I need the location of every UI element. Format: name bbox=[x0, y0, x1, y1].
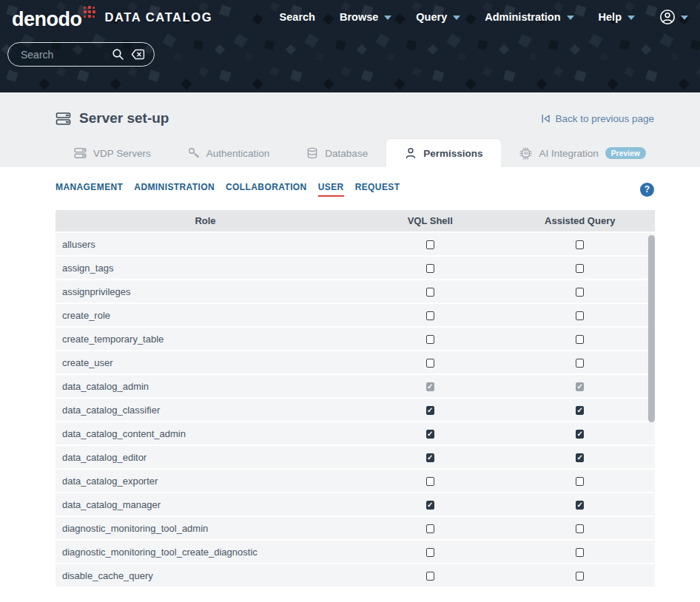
tab-label: Authentication bbox=[206, 148, 270, 159]
table-scrollbar-thumb[interactable] bbox=[648, 235, 655, 422]
nav-item-browse[interactable]: Browse bbox=[340, 11, 391, 23]
assisted-query-checkbox[interactable] bbox=[576, 572, 584, 581]
vql-shell-checkbox[interactable] bbox=[426, 548, 434, 557]
role-row: data_catalog_manager bbox=[55, 493, 655, 515]
vql-shell-checkbox[interactable] bbox=[426, 406, 434, 415]
search-input[interactable] bbox=[19, 48, 105, 61]
vql-shell-checkbox[interactable] bbox=[426, 288, 434, 297]
assisted-query-checkbox[interactable] bbox=[576, 524, 584, 533]
role-row: assign_tags bbox=[55, 257, 655, 279]
chevron-down-icon bbox=[627, 16, 635, 20]
role-name: diagnostic_monitoring_tool_admin bbox=[55, 517, 355, 539]
tab-authentication[interactable]: Authentication bbox=[169, 139, 289, 167]
role-row: create_role bbox=[55, 304, 655, 326]
role-row: data_catalog_editor bbox=[55, 446, 655, 468]
vql-shell-checkbox[interactable] bbox=[426, 501, 434, 510]
vql-shell-checkbox[interactable] bbox=[426, 430, 434, 439]
product-name: DATA CATALOG bbox=[104, 10, 212, 24]
chevron-down-icon bbox=[453, 16, 460, 20]
assisted-query-checkbox[interactable] bbox=[576, 548, 584, 557]
back-to-previous-page-link[interactable]: Back to previous page bbox=[540, 113, 654, 124]
roles-permissions-table: Role VQL Shell Assisted Query allusersas… bbox=[55, 209, 655, 588]
role-name: create_user bbox=[55, 351, 355, 373]
user-menu[interactable] bbox=[659, 9, 688, 25]
nav-item-search[interactable]: Search bbox=[280, 11, 315, 23]
column-header-vql-shell: VQL Shell bbox=[355, 210, 505, 231]
role-row: create_user bbox=[55, 351, 655, 373]
top-header: denodo DATA CATALOG SearchBrowseQueryAdm… bbox=[0, 0, 700, 92]
vql-shell-checkbox[interactable] bbox=[426, 240, 434, 249]
nav-item-label: Query bbox=[416, 11, 447, 23]
search-icon[interactable] bbox=[112, 48, 124, 61]
assisted-query-checkbox[interactable] bbox=[576, 335, 584, 344]
assisted-query-checkbox[interactable] bbox=[576, 430, 584, 439]
assisted-query-checkbox[interactable] bbox=[576, 311, 584, 320]
assisted-query-checkbox[interactable] bbox=[576, 501, 584, 510]
vql-shell-checkbox[interactable] bbox=[426, 477, 434, 486]
assisted-query-checkbox[interactable] bbox=[576, 288, 584, 297]
tab-ai-integration[interactable]: AIAI IntegrationPreview bbox=[501, 139, 664, 167]
assisted-query-checkbox[interactable] bbox=[576, 406, 584, 415]
role-name: data_catalog_classifier bbox=[55, 399, 355, 421]
column-header-assisted-query: Assisted Query bbox=[505, 210, 656, 231]
vql-shell-checkbox[interactable] bbox=[426, 335, 434, 344]
vql-shell-checkbox[interactable] bbox=[426, 264, 434, 273]
chevron-down-icon bbox=[384, 16, 391, 20]
role-name: data_catalog_manager bbox=[55, 493, 355, 515]
role-row: data_catalog_admin bbox=[55, 375, 655, 397]
subtab-collaboration[interactable]: COLLABORATION bbox=[226, 182, 307, 197]
role-row: diagnostic_monitoring_tool_create_diagno… bbox=[55, 541, 655, 563]
role-name: allusers bbox=[55, 233, 355, 255]
vql-shell-checkbox[interactable] bbox=[426, 359, 434, 368]
vql-shell-checkbox[interactable] bbox=[426, 453, 434, 462]
role-row: data_catalog_classifier bbox=[55, 399, 655, 421]
vql-shell-checkbox[interactable] bbox=[426, 572, 434, 581]
subtab-user[interactable]: USER bbox=[318, 182, 344, 197]
settings-tabs: VDP ServersAuthenticationDatabasePermiss… bbox=[55, 139, 655, 167]
role-row: allusers bbox=[55, 233, 655, 255]
role-name: create_role bbox=[55, 304, 355, 326]
nav-item-label: Search bbox=[280, 11, 315, 23]
vql-shell-checkbox bbox=[426, 382, 434, 391]
role-name: disable_cache_query bbox=[55, 564, 355, 586]
assisted-query-checkbox[interactable] bbox=[576, 453, 584, 462]
denodo-brand[interactable]: denodo DATA CATALOG bbox=[12, 6, 212, 29]
subtab-request[interactable]: REQUEST bbox=[355, 182, 400, 197]
ai-chip-icon: AI bbox=[519, 147, 532, 160]
role-row: assignprivileges bbox=[55, 280, 655, 302]
nav-item-administration[interactable]: Administration bbox=[485, 11, 573, 23]
assisted-query-checkbox[interactable] bbox=[576, 240, 584, 249]
role-name: diagnostic_monitoring_tool_create_diagno… bbox=[55, 541, 355, 563]
clear-backspace-icon[interactable] bbox=[131, 49, 145, 60]
server-stack-icon bbox=[74, 147, 87, 159]
role-name: data_catalog_exporter bbox=[55, 470, 355, 492]
nav-item-help[interactable]: Help bbox=[599, 11, 635, 23]
preview-badge: Preview bbox=[605, 147, 646, 159]
role-name: create_temporary_table bbox=[55, 328, 355, 350]
subtab-management[interactable]: MANAGEMENT bbox=[55, 182, 123, 197]
role-name: data_catalog_content_admin bbox=[55, 422, 355, 444]
assisted-query-checkbox[interactable] bbox=[576, 264, 584, 273]
nav-item-query[interactable]: Query bbox=[416, 11, 460, 23]
assisted-query-checkbox[interactable] bbox=[576, 477, 584, 486]
role-name: data_catalog_admin bbox=[55, 375, 355, 397]
vql-shell-checkbox[interactable] bbox=[426, 311, 434, 320]
nav-item-label: Browse bbox=[340, 11, 378, 23]
tab-label: Permissions bbox=[423, 148, 482, 159]
skip-back-icon bbox=[540, 113, 551, 124]
column-header-role: Role bbox=[55, 210, 355, 231]
page-title: Server set-up bbox=[55, 110, 169, 126]
role-row: data_catalog_exporter bbox=[55, 470, 655, 492]
tab-database[interactable]: Database bbox=[288, 139, 386, 167]
roles-table-wrap: Role VQL Shell Assisted Query allusersas… bbox=[55, 209, 655, 588]
help-button[interactable]: ? bbox=[640, 183, 654, 197]
nav-item-label: Administration bbox=[485, 11, 560, 23]
denodo-logo-dots bbox=[83, 6, 95, 18]
assisted-query-checkbox[interactable] bbox=[576, 359, 584, 368]
subtab-administration[interactable]: ADMINISTRATION bbox=[134, 182, 215, 197]
user-circle-icon bbox=[659, 9, 676, 25]
tab-vdp-servers[interactable]: VDP Servers bbox=[55, 139, 169, 167]
key-icon bbox=[188, 147, 200, 159]
vql-shell-checkbox[interactable] bbox=[426, 524, 434, 533]
tab-permissions[interactable]: Permissions bbox=[386, 139, 501, 167]
